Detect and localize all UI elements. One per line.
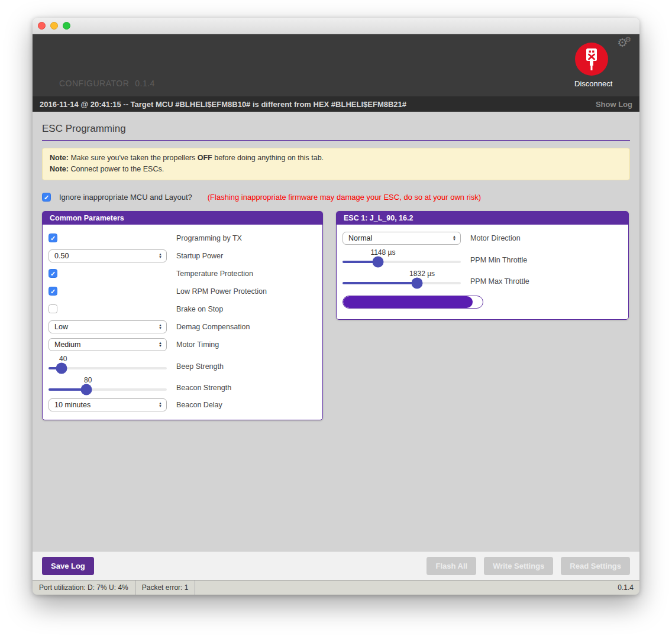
select-value: Normal [348, 234, 372, 242]
demag-compensation-select[interactable]: Low ▲▼ [49, 320, 167, 333]
motor-timing-select[interactable]: Medium ▲▼ [49, 338, 167, 351]
read-settings-button[interactable]: Read Settings [561, 557, 630, 575]
packet-error-status: Packet error: 1 [135, 580, 196, 595]
save-log-button[interactable]: Save Log [42, 557, 94, 575]
status-bar: Port utilization: D: 7% U: 4% Packet err… [33, 580, 639, 595]
row-label: PPM Max Throttle [470, 277, 529, 290]
app-version: 0.1.4 [612, 580, 639, 595]
slider-track[interactable] [49, 367, 167, 369]
ppm-max-throttle-slider[interactable]: 1832 µs [343, 270, 461, 290]
ignore-mcu-checkbox[interactable]: ✓ [42, 193, 51, 202]
select-value: Medium [54, 340, 80, 349]
select-stepper-icon: ▲▼ [453, 232, 456, 244]
titlebar [33, 18, 639, 34]
row-beacon-delay: 10 minutes ▲▼ Beacon Delay [49, 396, 315, 414]
disconnect-circle[interactable] [575, 43, 608, 76]
programming-by-tx-checkbox[interactable]: ✓ [49, 233, 57, 242]
row-label: Low RPM Power Protection [176, 287, 267, 296]
common-parameters-panel: Common Parameters ✓ Programming by TX 0.… [42, 211, 323, 420]
row-brake-on-stop: ✓ Brake on Stop [49, 300, 315, 318]
beep-strength-slider[interactable]: 40 [49, 355, 167, 375]
row-beep-strength: 40 Beep Strength [49, 353, 315, 375]
row-flash-progress [343, 293, 621, 311]
slider-track[interactable] [343, 282, 461, 284]
row-label: Motor Direction [470, 234, 521, 242]
disconnect-button[interactable]: Disconnect [574, 43, 609, 88]
content-area: ESC Programming Note: Make sure you've t… [33, 112, 639, 551]
ignore-mcu-row: ✓ Ignore inappropriate MCU and Layout? (… [42, 193, 630, 202]
row-demag-compensation: Low ▲▼ Demag Compensation [49, 318, 315, 336]
slider-thumb[interactable] [412, 277, 423, 288]
esc1-panel-header: ESC 1: J_L_90, 16.2 [337, 212, 628, 225]
panels-row: Common Parameters ✓ Programming by TX 0.… [42, 211, 630, 420]
note-box: Note: Make sure you've taken the propell… [42, 148, 630, 180]
row-programming-by-tx: ✓ Programming by TX [49, 229, 315, 247]
slider-value: 40 [59, 355, 67, 363]
low-rpm-protection-checkbox[interactable]: ✓ [49, 287, 57, 296]
slider-track[interactable] [343, 261, 461, 263]
motor-direction-select[interactable]: Normal ▲▼ [343, 232, 461, 245]
note-line: Note: Connect power to the ESCs. [50, 164, 622, 175]
row-label: Startup Power [176, 252, 223, 260]
select-value: 10 minutes [54, 401, 91, 409]
usb-disconnect-icon [584, 48, 599, 70]
select-stepper-icon: ▲▼ [159, 250, 162, 262]
row-label: Beacon Delay [176, 401, 222, 409]
slider-value: 80 [84, 376, 92, 384]
port-utilization-status: Port utilization: D: 7% U: 4% [33, 580, 135, 595]
select-value: Low [54, 323, 68, 331]
beacon-delay-select[interactable]: 10 minutes ▲▼ [49, 398, 167, 411]
minimize-window-icon[interactable] [50, 22, 58, 30]
startup-power-select[interactable]: 0.50 ▲▼ [49, 249, 167, 262]
row-label: Beep Strength [176, 362, 224, 375]
slider-track[interactable] [49, 388, 167, 391]
select-stepper-icon: ▲▼ [159, 339, 162, 351]
select-stepper-icon: ▲▼ [159, 399, 162, 411]
app-window: CONFIGURATOR0.1.4 ⚙⚙ Disconnect 2016-11- [33, 18, 639, 595]
temperature-protection-checkbox[interactable]: ✓ [49, 269, 57, 278]
log-bar: 2016-11-14 @ 20:41:15 -- Target MCU #BLH… [33, 96, 639, 112]
row-temperature-protection: ✓ Temperature Protection [49, 265, 315, 283]
slider-thumb[interactable] [373, 256, 384, 267]
show-log-button[interactable]: Show Log [596, 100, 632, 109]
write-settings-button[interactable]: Write Settings [484, 557, 553, 575]
settings-gear-icon[interactable]: ⚙⚙ [617, 35, 631, 50]
row-low-rpm-protection: ✓ Low RPM Power Protection [49, 283, 315, 300]
row-startup-power: 0.50 ▲▼ Startup Power [49, 247, 315, 265]
row-label: Motor Timing [176, 340, 219, 349]
page-title: ESC Programming [42, 123, 630, 141]
checkmark-icon: ✓ [50, 287, 56, 296]
ppm-min-throttle-slider[interactable]: 1148 µs [343, 248, 461, 268]
flash-all-button[interactable]: Flash All [427, 557, 476, 575]
row-label: Temperature Protection [176, 270, 253, 278]
checkmark-icon: ✓ [44, 193, 49, 202]
zoom-window-icon[interactable] [63, 22, 70, 30]
row-label: Brake on Stop [176, 305, 223, 313]
select-stepper-icon: ▲▼ [159, 321, 162, 333]
select-value: 0.50 [54, 252, 69, 260]
slider-thumb[interactable] [81, 384, 92, 395]
row-motor-timing: Medium ▲▼ Motor Timing [49, 336, 315, 353]
traffic-lights [38, 22, 70, 30]
beacon-strength-slider[interactable]: 80 [49, 376, 167, 396]
app-header: CONFIGURATOR0.1.4 ⚙⚙ Disconnect [33, 34, 639, 96]
brand-name: CONFIGURATOR [59, 79, 129, 88]
footer-right-buttons: Flash All Write Settings Read Settings [427, 557, 630, 575]
row-label: Demag Compensation [176, 323, 250, 331]
slider-value: 1832 µs [409, 270, 435, 278]
slider-thumb[interactable] [56, 362, 67, 374]
brake-on-stop-checkbox[interactable]: ✓ [49, 304, 57, 313]
flash-progress-bar [343, 296, 483, 309]
firmware-warning-text: (Flashing inappropriate firmware may dam… [208, 193, 481, 202]
row-beacon-strength: 80 Beacon Strength [49, 375, 315, 396]
slider-value: 1148 µs [370, 248, 395, 257]
common-parameters-header: Common Parameters [43, 212, 322, 225]
row-label: PPM Min Throttle [470, 256, 527, 268]
ignore-mcu-label: Ignore inappropriate MCU and Layout? [59, 193, 192, 202]
esc1-panel: ESC 1: J_L_90, 16.2 Normal ▲▼ Motor Dire… [336, 211, 629, 320]
row-label: Programming by TX [176, 234, 242, 242]
brand-version: 0.1.4 [135, 79, 155, 88]
log-message: 2016-11-14 @ 20:41:15 -- Target MCU #BLH… [40, 100, 596, 109]
close-window-icon[interactable] [38, 22, 46, 30]
disconnect-label: Disconnect [574, 79, 609, 88]
